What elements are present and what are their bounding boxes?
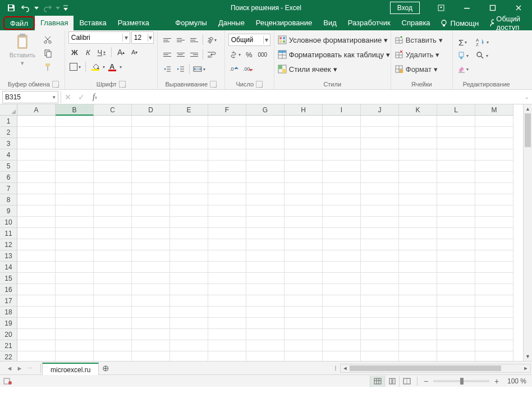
- scroll-left-icon[interactable]: ◄: [341, 365, 350, 371]
- merge-button[interactable]: ▾: [192, 63, 207, 75]
- increase-indent-button[interactable]: [175, 63, 187, 75]
- share-button[interactable]: Общий доступ: [485, 16, 528, 30]
- decrease-indent-button[interactable]: [161, 63, 173, 75]
- new-sheet-button[interactable]: ⊕: [99, 362, 112, 375]
- clear-button[interactable]: ▾: [456, 63, 470, 75]
- accounting-format-button[interactable]: ▾: [228, 48, 242, 61]
- row-header-12[interactable]: 12: [0, 239, 17, 250]
- sheet-tab-active[interactable]: microexcel.ru: [42, 363, 99, 375]
- align-top-button[interactable]: [161, 34, 173, 46]
- tab-formulas[interactable]: Формулы: [169, 16, 213, 30]
- align-center-button[interactable]: [175, 48, 187, 61]
- tab-view[interactable]: Вид: [318, 16, 342, 30]
- scroll-down-icon[interactable]: ▼: [524, 352, 532, 361]
- tab-home[interactable]: Главная: [35, 16, 74, 30]
- format-painter-button[interactable]: [42, 61, 54, 73]
- tab-help[interactable]: Справка: [396, 16, 436, 30]
- cell-styles-button[interactable]: Стили ячеек▾: [278, 63, 337, 75]
- decrease-decimal-button[interactable]: .00: [242, 63, 254, 75]
- formula-input[interactable]: [102, 91, 522, 103]
- tab-data[interactable]: Данные: [213, 16, 250, 30]
- copy-button[interactable]: [42, 47, 54, 60]
- col-header-J[interactable]: J: [361, 104, 399, 116]
- col-header-C[interactable]: C: [94, 104, 132, 116]
- paste-button[interactable]: Вставить ▾: [6, 31, 39, 68]
- col-header-G[interactable]: G: [246, 104, 285, 116]
- insert-cells-button[interactable]: Вставить▾: [395, 34, 443, 46]
- format-as-table-button[interactable]: Форматировать как таблицу▾: [278, 48, 390, 61]
- font-color-button[interactable]: A: [106, 61, 118, 73]
- h-scroll-thumb[interactable]: [350, 365, 501, 371]
- row-header-21[interactable]: 21: [0, 340, 17, 351]
- bold-button[interactable]: Ж: [68, 46, 81, 58]
- row-header-3[interactable]: 3: [0, 138, 17, 149]
- tab-file[interactable]: Файл: [3, 16, 35, 30]
- number-format-select[interactable]: ▾: [228, 34, 270, 46]
- row-header-11[interactable]: 11: [0, 228, 17, 239]
- row-header-13[interactable]: 13: [0, 250, 17, 262]
- page-layout-view-button[interactable]: [384, 376, 399, 387]
- row-header-1[interactable]: 1: [0, 116, 17, 127]
- delete-cells-button[interactable]: Удалить▾: [395, 48, 440, 61]
- sort-filter-button[interactable]: AZ▾: [474, 36, 490, 48]
- page-break-view-button[interactable]: [399, 376, 414, 387]
- percent-button[interactable]: %: [243, 48, 255, 61]
- format-cells-button[interactable]: Формат▾: [395, 63, 438, 75]
- number-launcher[interactable]: [256, 81, 263, 88]
- col-header-D[interactable]: D: [132, 104, 170, 116]
- horizontal-scrollbar[interactable]: ◄ ►: [340, 364, 531, 373]
- row-header-16[interactable]: 16: [0, 284, 17, 295]
- row-header-10[interactable]: 10: [0, 217, 17, 228]
- col-header-I[interactable]: I: [323, 104, 361, 116]
- cancel-formula-button[interactable]: ✕: [61, 91, 75, 103]
- decrease-font-button[interactable]: A▾: [129, 46, 141, 58]
- col-header-L[interactable]: L: [437, 104, 475, 116]
- align-left-button[interactable]: [161, 48, 173, 61]
- row-header-5[interactable]: 5: [0, 161, 17, 172]
- align-bottom-button[interactable]: [188, 34, 200, 46]
- ribbon-options-icon[interactable]: [429, 0, 453, 16]
- select-all-corner[interactable]: [0, 104, 17, 116]
- tab-page-layout[interactable]: Разметка страницы: [112, 16, 170, 30]
- align-middle-button[interactable]: [175, 34, 187, 46]
- zoom-out-button[interactable]: −: [421, 377, 431, 386]
- row-header-17[interactable]: 17: [0, 295, 17, 307]
- wrap-text-button[interactable]: ab: [205, 48, 218, 61]
- login-button[interactable]: Вход: [390, 2, 420, 14]
- row-header-9[interactable]: 9: [0, 205, 17, 217]
- redo-dropdown-icon[interactable]: [55, 1, 61, 15]
- row-header-20[interactable]: 20: [0, 329, 17, 340]
- col-header-K[interactable]: K: [399, 104, 437, 116]
- increase-decimal-button[interactable]: .0: [228, 63, 241, 75]
- minimize-icon[interactable]: [455, 0, 479, 16]
- clipboard-launcher[interactable]: [52, 81, 59, 88]
- undo-icon[interactable]: [19, 1, 33, 15]
- scroll-right-icon[interactable]: ►: [521, 365, 530, 371]
- borders-button[interactable]: ▾: [68, 61, 82, 73]
- col-header-E[interactable]: E: [170, 104, 208, 116]
- cells-area[interactable]: [17, 116, 523, 361]
- enter-formula-button[interactable]: ✓: [75, 91, 88, 103]
- tab-insert[interactable]: Вставка: [74, 16, 112, 30]
- save-icon[interactable]: [4, 1, 18, 15]
- autosum-button[interactable]: Σ▾: [456, 36, 470, 48]
- row-header-22[interactable]: 22: [0, 351, 17, 361]
- close-icon[interactable]: [506, 0, 531, 16]
- name-box[interactable]: B315▾: [2, 91, 58, 103]
- redo-icon[interactable]: [40, 1, 54, 15]
- sheet-prev-icon[interactable]: ◄: [4, 365, 15, 372]
- underline-button[interactable]: Ч▾: [95, 46, 108, 58]
- row-header-7[interactable]: 7: [0, 183, 17, 194]
- fill-color-button[interactable]: [89, 61, 102, 73]
- tab-review[interactable]: Рецензирование: [250, 16, 318, 30]
- row-header-4[interactable]: 4: [0, 149, 17, 161]
- normal-view-button[interactable]: [370, 376, 384, 387]
- v-scroll-thumb[interactable]: [525, 113, 531, 147]
- row-header-6[interactable]: 6: [0, 172, 17, 183]
- qat-customize-icon[interactable]: [62, 1, 70, 15]
- tab-developer[interactable]: Разработчик: [342, 16, 396, 30]
- find-select-button[interactable]: ▾: [474, 49, 490, 62]
- zoom-level[interactable]: 100 %: [502, 377, 529, 385]
- font-launcher[interactable]: [119, 81, 126, 88]
- col-header-H[interactable]: H: [285, 104, 323, 116]
